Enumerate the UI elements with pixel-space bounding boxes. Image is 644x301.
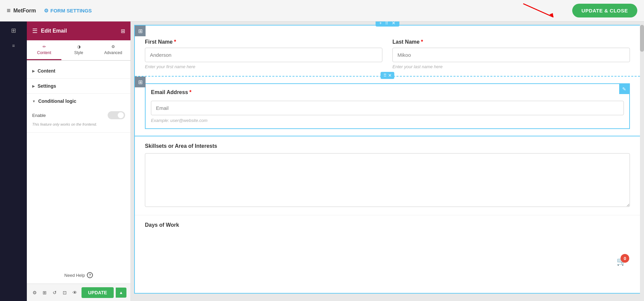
- metform-logo: ≡ MetForm: [7, 7, 36, 14]
- conditional-logic-section: ▼ Conditional logic Enable NO This featu…: [27, 94, 130, 133]
- scroll-thumb[interactable]: [640, 25, 644, 52]
- cart-container: 🛒 0: [616, 257, 627, 266]
- content-section-label: Content: [38, 68, 55, 74]
- email-close-button[interactable]: ✕: [388, 73, 392, 78]
- enable-toggle[interactable]: NO: [108, 111, 125, 119]
- content-tab-label: Content: [37, 50, 51, 55]
- conditional-logic-body: Enable NO This feature only works on the…: [27, 109, 130, 132]
- row-add-button[interactable]: +: [378, 22, 383, 26]
- layers-icon[interactable]: ⊞: [41, 288, 48, 297]
- form-settings-link[interactable]: ⚙ FORM SETTINGS: [44, 8, 92, 14]
- advanced-tab-icon: ⚙: [111, 44, 115, 49]
- panel-sidebar: ☰ Edit Email ⊞ ✏ Content ◑ Style ⚙ Advan…: [27, 22, 131, 301]
- top-bar: ≡ MetForm ⚙ FORM SETTINGS UPDATE & CLOSE: [0, 0, 644, 22]
- last-name-field-group: Last Name* Enter your last name here: [392, 39, 630, 69]
- first-name-required: *: [174, 39, 176, 45]
- settings-section-header[interactable]: ▶ Settings: [27, 79, 130, 93]
- top-bar-left: ≡ MetForm ⚙ FORM SETTINGS: [7, 7, 92, 14]
- first-name-input[interactable]: [145, 48, 382, 62]
- skillsets-section: Skillsets or Area of Interests: [135, 136, 640, 215]
- panel-header-icons: ⊞: [121, 28, 125, 34]
- responsive-icon[interactable]: ⊡: [61, 288, 68, 297]
- section-handle-1[interactable]: ⊞: [135, 26, 146, 36]
- content-section: ▶ Content: [27, 63, 130, 79]
- email-label: Email Address*: [151, 89, 624, 95]
- main-layout: ⊞ ≡ ☰ Edit Email ⊞ ✏ Content ◑ Style: [0, 22, 644, 301]
- hamburger-icon: ☰: [32, 27, 38, 35]
- dark-sidebar: ⊞ ≡: [0, 22, 27, 301]
- metform-logo-text: MetForm: [13, 8, 36, 14]
- form-settings-label: FORM SETTINGS: [50, 8, 92, 13]
- feature-note: This feature only works on the frontend.: [32, 122, 125, 127]
- edit-pencil-button[interactable]: ✎: [619, 84, 629, 94]
- tab-advanced[interactable]: ⚙ Advanced: [96, 40, 130, 60]
- last-name-label: Last Name*: [392, 39, 630, 45]
- settings-icon[interactable]: ⚙: [31, 288, 38, 297]
- name-fields-row: First Name* Enter your first name here L…: [145, 39, 630, 69]
- need-help[interactable]: Need Help ?: [27, 267, 130, 284]
- svg-line-0: [523, 4, 553, 17]
- skillsets-textarea[interactable]: [145, 153, 630, 207]
- update-button[interactable]: UPDATE: [82, 287, 114, 298]
- settings-section: ▶ Settings: [27, 79, 130, 94]
- metform-menu-icon: ≡: [7, 7, 11, 14]
- days-section: Days of Work: [135, 215, 640, 238]
- style-tab-label: Style: [74, 50, 83, 55]
- tab-style[interactable]: ◑ Style: [61, 40, 96, 60]
- bottom-toolbar: ⚙ ⊞ ↺ ⊡ 👁 UPDATE ▲: [27, 284, 130, 301]
- content-section-header[interactable]: ▶ Content: [27, 63, 130, 78]
- settings-section-arrow: ▶: [32, 84, 35, 88]
- panel-title: Edit Email: [41, 28, 67, 34]
- row-drag-button[interactable]: ⠿: [384, 22, 389, 26]
- dark-sidebar-item-1[interactable]: ⊞: [0, 25, 27, 36]
- row-close-button[interactable]: ✕: [391, 22, 396, 26]
- panel-content: ▶ Content ▶ Settings ▼ Conditional logic: [27, 61, 130, 267]
- canvas-inner: + ⠿ ✕ ⊞ First Name* Enter your first nam…: [134, 25, 641, 294]
- panel-header: ☰ Edit Email ⊞: [27, 22, 130, 40]
- gear-icon: ⚙: [44, 8, 48, 14]
- sidebar-pages-icon: ⊞: [11, 27, 16, 34]
- email-drag-button[interactable]: ⠿: [383, 73, 387, 78]
- dark-sidebar-item-2[interactable]: ≡: [0, 41, 27, 50]
- skillsets-label: Skillsets or Area of Interests: [145, 143, 630, 149]
- name-row-section: + ⠿ ✕ ⊞ First Name* Enter your first nam…: [135, 26, 640, 77]
- enable-label: Enable: [32, 113, 46, 118]
- tab-content[interactable]: ✏ Content: [27, 40, 61, 60]
- email-required: *: [190, 89, 192, 95]
- section-handle-2[interactable]: ⊞: [135, 77, 146, 87]
- style-tab-icon: ◑: [77, 44, 80, 49]
- conditional-logic-arrow: ▼: [32, 99, 36, 103]
- conditional-logic-header[interactable]: ▼ Conditional logic: [27, 94, 130, 109]
- scrollbar[interactable]: [640, 22, 644, 301]
- days-label: Days of Work: [145, 222, 630, 228]
- first-name-hint: Enter your first name here: [145, 64, 382, 69]
- panel-tabs: ✏ Content ◑ Style ⚙ Advanced: [27, 40, 130, 61]
- need-help-text: Need Help: [64, 273, 85, 278]
- cart-badge: 0: [621, 254, 629, 263]
- row-toolbar-2: ⠿ ✕: [381, 72, 394, 79]
- first-name-field-group: First Name* Enter your first name here: [145, 39, 382, 69]
- arrow-indicator: [520, 0, 560, 22]
- last-name-required: *: [421, 39, 423, 45]
- preview-icon[interactable]: 👁: [71, 288, 78, 297]
- help-icon: ?: [87, 272, 93, 278]
- last-name-hint: Enter your last name here: [392, 64, 630, 69]
- content-section-arrow: ▶: [32, 69, 35, 73]
- advanced-tab-label: Advanced: [104, 50, 122, 55]
- row-toolbar-1: + ⠿ ✕: [376, 22, 399, 27]
- grid-icon[interactable]: ⊞: [121, 28, 125, 34]
- first-name-label: First Name*: [145, 39, 382, 45]
- sidebar-collapse-icon: ≡: [12, 43, 15, 48]
- email-input[interactable]: [151, 101, 624, 115]
- email-example: Example: user@website.com: [151, 118, 624, 123]
- update-arrow-button[interactable]: ▲: [116, 288, 126, 298]
- enable-toggle-row: Enable NO: [32, 111, 125, 119]
- content-tab-icon: ✏: [43, 44, 46, 49]
- email-field-container: ✎ Email Address* Example: user@website.c…: [145, 83, 630, 129]
- conditional-logic-label: Conditional logic: [38, 98, 76, 104]
- canvas-area: ◀ + ⠿ ✕ ⊞ First Name*: [131, 22, 644, 301]
- update-close-button[interactable]: UPDATE & CLOSE: [572, 4, 637, 17]
- email-row-section: ⠿ ✕ ⊞ ✎ Email Address* Example: user@web…: [135, 77, 640, 136]
- last-name-input[interactable]: [392, 48, 630, 62]
- history-icon[interactable]: ↺: [51, 288, 58, 297]
